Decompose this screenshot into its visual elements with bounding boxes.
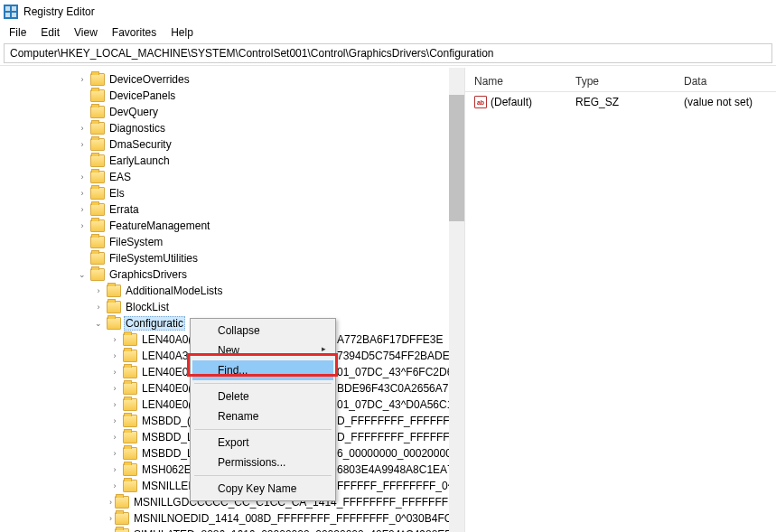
folder-icon	[90, 106, 105, 118]
tree-item[interactable]: ›Errata	[0, 201, 464, 218]
folder-icon	[90, 138, 105, 151]
tree-scrollbar[interactable]	[449, 68, 464, 532]
tree-item[interactable]: EarlyLaunch	[0, 153, 464, 169]
folder-icon	[115, 512, 129, 525]
tree-item[interactable]: ›EAS	[0, 169, 464, 185]
tree-item-label: SIMULATED_8086_1616_00000000_00020000_40…	[132, 528, 465, 532]
expand-icon[interactable]: ›	[109, 400, 120, 409]
svg-rect-3	[5, 13, 10, 17]
ctx-permissions[interactable]: Permissions...	[192, 453, 333, 472]
tree-item-label: AdditionalModeLists	[124, 285, 224, 297]
expand-icon[interactable]: ›	[77, 205, 88, 214]
tree-item[interactable]: ›SIMULATED_8086_1616_00000000_00020000_4…	[0, 527, 464, 532]
value-name: (Default)	[491, 96, 532, 108]
folder-icon	[123, 463, 137, 476]
tree-item-label: EarlyLaunch	[108, 154, 172, 167]
col-header-type[interactable]: Type	[572, 73, 680, 89]
folder-icon	[90, 154, 105, 167]
tree-item[interactable]: FileSystemUtilities	[0, 250, 464, 266]
menu-help[interactable]: Help	[165, 24, 199, 41]
tree-item-label: LEN40A3(	[140, 350, 193, 362]
expand-icon[interactable]: ›	[77, 140, 88, 149]
tree-item-label: MSBDD_L	[140, 431, 195, 443]
expand-icon[interactable]: ›	[109, 498, 112, 507]
tree-item-label: MSNILNOEDID_1414_008D_FFFFFFFF_FFFFFFFF_…	[132, 512, 465, 525]
expand-icon[interactable]: ›	[77, 75, 88, 84]
expand-icon[interactable]: ›	[109, 368, 120, 377]
expand-icon[interactable]: ›	[77, 189, 88, 198]
tree-item-tail: D_FFFFFFFF_FFFFFFFF_0	[337, 415, 465, 427]
tree-item-label: DeviceOverrides	[108, 73, 192, 86]
tree-item[interactable]: ›DeviceOverrides	[0, 71, 464, 88]
tree-item[interactable]: DevQuery	[0, 104, 464, 120]
menu-file[interactable]: File	[4, 24, 32, 41]
expand-icon[interactable]: ›	[109, 384, 120, 393]
folder-icon	[90, 219, 105, 232]
menu-favorites[interactable]: Favorites	[107, 24, 162, 41]
expand-icon[interactable]: ›	[109, 433, 120, 442]
tree-item[interactable]: ›BlockList	[0, 299, 464, 315]
tree-item[interactable]: ›FeatureManagement	[0, 218, 464, 234]
expand-icon[interactable]: ›	[93, 286, 104, 295]
tree-item[interactable]: ›MSNILNOEDID_1414_008D_FFFFFFFF_FFFFFFFF…	[0, 510, 464, 527]
tree-item-label: Errata	[108, 203, 141, 216]
ctx-rename[interactable]: Rename	[192, 406, 333, 426]
expand-icon[interactable]: ›	[109, 514, 112, 523]
col-header-name[interactable]: Name	[471, 73, 572, 89]
tree-item[interactable]: ›AdditionalModeLists	[0, 283, 464, 299]
tree-item[interactable]: ⌄GraphicsDrivers	[0, 266, 464, 283]
ctx-collapse[interactable]: Collapse	[192, 321, 333, 341]
collapse-icon[interactable]: ⌄	[93, 319, 104, 328]
folder-icon	[90, 252, 105, 265]
col-header-data[interactable]: Data	[680, 73, 771, 89]
menu-edit[interactable]: Edit	[35, 24, 65, 41]
folder-icon	[115, 496, 129, 509]
address-bar[interactable]: Computer\HKEY_LOCAL_MACHINE\SYSTEM\Contr…	[4, 43, 772, 63]
tree-item-tail: 01_07DC_43^D0A56C1	[337, 398, 453, 411]
tree-item-label: Diagnostics	[108, 122, 167, 135]
menubar: File Edit View Favorites Help	[0, 23, 776, 42]
folder-icon	[123, 333, 137, 346]
ctx-sep	[194, 383, 332, 384]
expand-icon[interactable]: ›	[77, 173, 88, 182]
tree-item-label: DmaSecurity	[108, 138, 173, 151]
expand-icon[interactable]: ›	[109, 351, 120, 360]
tree-item[interactable]: DevicePanels	[0, 88, 464, 104]
svg-rect-1	[5, 6, 10, 11]
folder-icon	[90, 236, 105, 248]
ctx-find[interactable]: Find...	[192, 360, 333, 380]
address-text: Computer\HKEY_LOCAL_MACHINE\SYSTEM\Contr…	[10, 47, 494, 60]
tree-item[interactable]: ›DmaSecurity	[0, 136, 464, 153]
expand-icon[interactable]: ›	[109, 416, 120, 425]
tree-item[interactable]: ›Diagnostics	[0, 120, 464, 136]
expand-icon[interactable]: ›	[93, 303, 104, 312]
tree-item-label: MSNILLEI	[140, 480, 193, 492]
folder-icon	[107, 317, 121, 330]
menu-view[interactable]: View	[69, 24, 103, 41]
ctx-new[interactable]: New	[192, 341, 333, 360]
ctx-copy-key[interactable]: Copy Key Name	[192, 479, 333, 499]
values-header: Name Type Data	[465, 71, 776, 92]
tree-item-label: BlockList	[124, 301, 171, 313]
expand-icon[interactable]: ›	[77, 221, 88, 230]
value-data: (value not set)	[680, 94, 771, 110]
expand-icon[interactable]: ›	[109, 449, 120, 458]
ctx-export[interactable]: Export	[192, 433, 333, 453]
ctx-delete[interactable]: Delete	[192, 387, 333, 406]
collapse-icon[interactable]: ⌄	[77, 270, 88, 279]
expand-icon[interactable]: ›	[77, 124, 88, 133]
tree-item[interactable]: FileSystem	[0, 234, 464, 250]
expand-icon[interactable]: ›	[109, 465, 120, 474]
folder-icon	[90, 203, 105, 216]
tree-item-tail: 01_07DC_43^F6FC2D6E	[337, 366, 460, 378]
content-area: ›DeviceOverridesDevicePanelsDevQuery›Dia…	[0, 68, 776, 532]
expand-icon[interactable]: ›	[109, 335, 120, 344]
folder-icon	[123, 350, 137, 362]
tree-item[interactable]: ›Els	[0, 185, 464, 201]
expand-icon[interactable]: ›	[109, 481, 120, 490]
tree-item-tail: 6_00000000_00020000_0	[337, 447, 463, 460]
tree-item-tail: A772BA6F17DFFE3E	[337, 333, 443, 346]
tree-item-label: MSBDD_L	[140, 447, 195, 460]
value-row[interactable]: ab (Default) REG_SZ (value not set)	[465, 92, 776, 112]
scrollbar-thumb[interactable]	[449, 95, 464, 221]
